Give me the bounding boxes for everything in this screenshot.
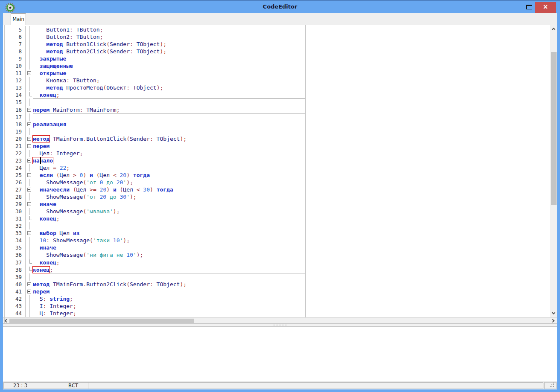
fold-gutter — [26, 273, 33, 281]
fold-gutter — [26, 157, 33, 164]
fold-collapse-icon[interactable] — [27, 137, 31, 141]
code-line[interactable]: 24 Цел = 22; — [3, 164, 305, 171]
code-line[interactable]: 39 — [3, 273, 305, 281]
code-token: Цел — [33, 165, 53, 171]
code-token: 'ываыва' — [86, 208, 113, 215]
fold-collapse-icon[interactable] — [27, 290, 31, 293]
code-line[interactable]: 33 выбор Цел из — [3, 229, 305, 237]
secondary-editor-pane[interactable] — [306, 25, 550, 317]
code-token: : — [130, 41, 133, 47]
code-line[interactable]: 27 иначеесли (Цел >= 20) и (Цел < 30) то… — [3, 186, 305, 193]
code-line[interactable]: 16перем MainForm: TMainForm; — [3, 106, 305, 113]
line-number: 44 — [3, 310, 26, 317]
code-token: ; — [70, 296, 73, 302]
code-line[interactable]: 8 метод Button2Click(Sender: TObject); — [3, 48, 305, 55]
code-token: перем — [33, 143, 50, 149]
fold-gutter — [26, 41, 33, 48]
fold-gutter — [26, 251, 33, 258]
code-line[interactable]: 23начало — [3, 157, 305, 164]
code-line[interactable]: 29 иначе — [3, 200, 305, 208]
scroll-up-icon[interactable] — [552, 28, 555, 31]
code-line[interactable]: 13 метод ПростоМетод(Объект: TObject); — [3, 84, 305, 91]
code-text: Цел = 22; — [33, 164, 305, 171]
code-line[interactable]: 26 ShowMessage('от 0 до 20'); — [3, 179, 305, 186]
fold-gutter — [26, 48, 33, 55]
titlebar[interactable]: CodeEditor × — [0, 0, 560, 13]
scroll-down-icon[interactable] — [552, 311, 555, 314]
output-panel[interactable] — [3, 327, 557, 381]
code-line[interactable]: 5 Button1: TButton; — [3, 26, 305, 33]
code-line[interactable]: 34 10: ShowMessage('таки 10'); — [3, 237, 305, 244]
code-token: ; — [56, 259, 60, 266]
fold-collapse-icon[interactable] — [27, 108, 31, 112]
fold-gutter — [26, 106, 33, 113]
tab-main[interactable]: Main — [11, 13, 26, 25]
code-token: ; — [56, 215, 60, 222]
code-line[interactable]: 36 ShowMessage('ни фига не 10'); — [3, 251, 305, 258]
code-line[interactable]: 44 Ц: Integer; — [3, 310, 305, 317]
code-line[interactable]: 32 — [3, 222, 305, 229]
code-text — [33, 273, 305, 281]
code-line[interactable]: 43 I: Integer; — [3, 302, 305, 310]
scroll-right-icon[interactable] — [551, 319, 554, 322]
maximize-button[interactable] — [526, 5, 532, 9]
code-line[interactable]: 35 иначе — [3, 244, 305, 251]
code-token: конец — [40, 259, 56, 266]
fold-collapse-icon[interactable] — [27, 188, 31, 192]
fold-collapse-icon[interactable] — [27, 173, 31, 177]
code-token: Button1Click — [63, 41, 106, 47]
fold-gutter — [26, 266, 33, 273]
code-line[interactable]: 21перем — [3, 142, 305, 150]
code-line[interactable]: 28 ShowMessage('от 20 до 30'); — [3, 193, 305, 200]
fold-collapse-icon[interactable] — [27, 282, 31, 286]
code-line[interactable]: 17 — [3, 113, 305, 121]
vertical-scrollbar-thumb[interactable] — [551, 52, 557, 205]
code-line[interactable]: 30 ShowMessage('ываыва'); — [3, 208, 305, 215]
fold-collapse-icon[interactable] — [27, 159, 31, 163]
code-token: ) — [126, 172, 130, 178]
code-line[interactable]: 25 если (Цел > 0) и (Цел < 20) тогда — [3, 171, 305, 179]
code-token — [33, 48, 46, 55]
code-line[interactable]: 38конец; — [3, 266, 305, 273]
fold-collapse-icon[interactable] — [27, 202, 31, 206]
horizontal-scrollbar-thumb[interactable] — [9, 319, 194, 323]
code-line[interactable]: 9 закрытые — [3, 55, 305, 62]
fold-collapse-icon[interactable] — [27, 231, 31, 235]
fold-collapse-icon[interactable] — [27, 144, 31, 148]
code-line[interactable]: 14 конец; — [3, 91, 305, 99]
code-line[interactable]: 22 Цел: Integer; — [3, 150, 305, 157]
code-editor[interactable]: 5 Button1: TButton;6 Button2: TButton;7 … — [3, 25, 306, 317]
code-line[interactable]: 20метод TMainForm.Button1Click(Sender: T… — [3, 135, 305, 142]
code-line[interactable]: 10 защищенные — [3, 62, 305, 70]
code-line[interactable]: 12 Кнопка: TButton; — [3, 77, 305, 84]
fold-line-icon — [29, 62, 29, 70]
code-line[interactable]: 42 S: string; — [3, 295, 305, 302]
code-line[interactable]: 7 метод Button1Click(Sender: TObject); — [3, 41, 305, 48]
fold-collapse-icon[interactable] — [27, 122, 31, 126]
code-line[interactable]: 19 — [3, 128, 305, 135]
horizontal-scrollbar[interactable] — [3, 317, 557, 323]
code-token: ; — [50, 267, 53, 273]
code-line[interactable]: 11 открытые — [3, 70, 305, 77]
code-line[interactable]: 40метод TMainForm.Button2Click(Sender: T… — [3, 281, 305, 288]
code-token: ) — [150, 186, 153, 193]
code-line[interactable]: 15 — [3, 99, 305, 106]
code-token — [33, 41, 46, 47]
resize-grip[interactable] — [544, 382, 557, 389]
close-button[interactable]: × — [535, 2, 556, 13]
fold-gutter — [26, 171, 33, 179]
code-token: иначе — [40, 201, 56, 207]
code-line[interactable]: 6 Button2: TButton; — [3, 33, 305, 41]
fold-gutter — [26, 208, 33, 215]
code-token: ShowMessage — [33, 252, 83, 258]
code-token: Button2Click — [86, 281, 126, 287]
code-line[interactable]: 18реализация — [3, 121, 305, 128]
code-token — [33, 215, 40, 222]
code-line[interactable]: 41перем — [3, 288, 305, 295]
code-line[interactable]: 37 конец; — [3, 259, 305, 266]
splitter[interactable] — [3, 323, 557, 327]
vertical-scrollbar[interactable] — [550, 25, 557, 317]
code-line[interactable]: 31 конец; — [3, 215, 305, 222]
scroll-left-icon[interactable] — [5, 319, 8, 322]
fold-collapse-icon[interactable] — [27, 71, 31, 75]
